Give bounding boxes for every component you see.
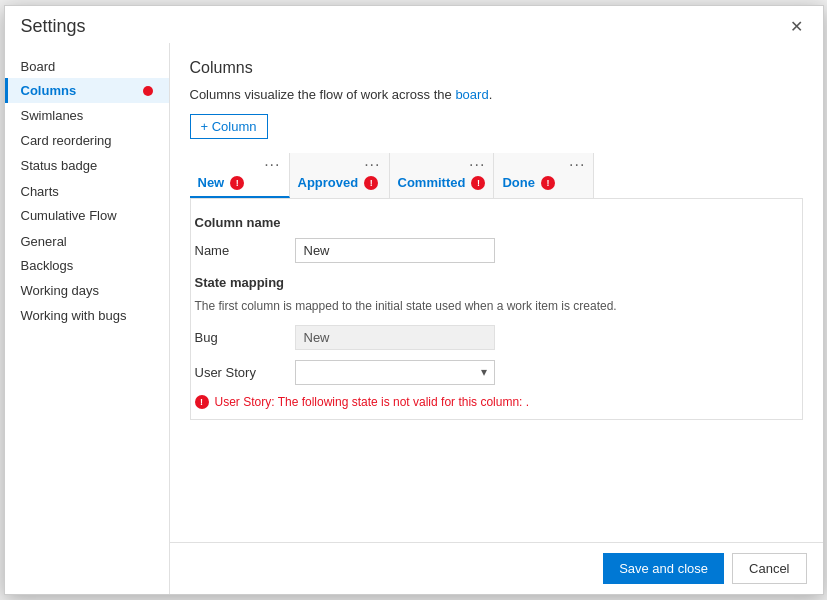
name-form-row: Name — [195, 238, 798, 263]
columns-tabs: ··· New ! ··· — [190, 153, 803, 199]
sidebar-group-charts: Charts — [5, 178, 169, 203]
col-tab-committed-bottom: Committed ! — [398, 175, 486, 190]
sidebar-item-columns-label: Columns — [21, 83, 77, 98]
sidebar: Board Columns Swimlanes Card reordering … — [5, 43, 170, 594]
col-tab-done-bottom: Done ! — [502, 175, 555, 190]
sidebar-item-card-reordering-label: Card reordering — [21, 133, 112, 148]
add-column-button[interactable]: + Column — [190, 114, 268, 139]
col-tab-new-error: ! — [230, 176, 244, 190]
name-label: Name — [195, 243, 295, 258]
sidebar-item-working-with-bugs-label: Working with bugs — [21, 308, 127, 323]
cancel-button[interactable]: Cancel — [732, 553, 806, 584]
sidebar-group-board: Board — [5, 53, 169, 78]
user-story-error-message: ! User Story: The following state is not… — [195, 395, 798, 409]
col-tab-committed-top: ··· — [398, 157, 486, 173]
user-story-select[interactable] — [295, 360, 495, 385]
col-tab-approved-top: ··· — [298, 157, 381, 173]
sidebar-item-backlogs[interactable]: Backlogs — [5, 253, 169, 278]
dialog-title: Settings — [21, 16, 86, 37]
section-title: Columns — [190, 59, 803, 77]
main-scroll-area[interactable]: Columns Columns visualize the flow of wo… — [170, 43, 823, 542]
col-tab-done-label: Done — [502, 175, 535, 190]
sidebar-item-cumulative-flow[interactable]: Cumulative Flow — [5, 203, 169, 228]
col-tab-approved-bottom: Approved ! — [298, 175, 379, 190]
col-tab-committed-menu-icon[interactable]: ··· — [469, 157, 485, 173]
info-text: Columns visualize the flow of work acros… — [190, 87, 803, 102]
column-name-section-title: Column name — [195, 215, 798, 230]
sidebar-item-working-with-bugs[interactable]: Working with bugs — [5, 303, 169, 328]
sidebar-item-swimlanes[interactable]: Swimlanes — [5, 103, 169, 128]
user-story-form-row: User Story — [195, 360, 798, 385]
column-detail-panel: Column name Name State mapping The first… — [190, 199, 803, 420]
user-story-select-wrapper — [295, 360, 495, 385]
bug-form-row: Bug New — [195, 325, 798, 350]
columns-error-dot — [143, 86, 153, 96]
sidebar-item-working-days[interactable]: Working days — [5, 278, 169, 303]
col-tab-approved-menu-icon[interactable]: ··· — [364, 157, 380, 173]
col-tab-new-label: New — [198, 175, 225, 190]
state-mapping-desc: The first column is mapped to the initia… — [195, 298, 798, 315]
sidebar-item-status-badge-label: Status badge — [21, 158, 98, 173]
sidebar-item-card-reordering[interactable]: Card reordering — [5, 128, 169, 153]
column-tab-new[interactable]: ··· New ! — [190, 153, 290, 198]
col-tab-done-error: ! — [541, 176, 555, 190]
column-name-input[interactable] — [295, 238, 495, 263]
user-story-label: User Story — [195, 365, 295, 380]
sidebar-item-backlogs-label: Backlogs — [21, 258, 74, 273]
bug-value: New — [295, 325, 495, 350]
col-tab-new-menu-icon[interactable]: ··· — [264, 157, 280, 173]
column-tab-approved[interactable]: ··· Approved ! — [290, 153, 390, 198]
bug-label: Bug — [195, 330, 295, 345]
col-tab-approved-error: ! — [364, 176, 378, 190]
sidebar-item-cumulative-flow-label: Cumulative Flow — [21, 208, 117, 223]
column-tab-done[interactable]: ··· Done ! — [494, 153, 594, 198]
close-button[interactable]: ✕ — [786, 17, 807, 37]
state-mapping-section: State mapping The first column is mapped… — [195, 275, 798, 409]
dialog-footer: Save and close Cancel — [170, 542, 823, 594]
error-text: User Story: The following state is not v… — [215, 395, 530, 409]
title-bar: Settings ✕ — [5, 6, 823, 43]
state-mapping-title: State mapping — [195, 275, 798, 290]
board-link[interactable]: board — [455, 87, 488, 102]
col-tab-new-top: ··· — [198, 157, 281, 173]
sidebar-item-status-badge[interactable]: Status badge — [5, 153, 169, 178]
col-tab-committed-label: Committed — [398, 175, 466, 190]
dialog-body: Board Columns Swimlanes Card reordering … — [5, 43, 823, 594]
col-tab-new-bottom: New ! — [198, 175, 245, 190]
col-tab-done-menu-icon[interactable]: ··· — [569, 157, 585, 173]
content-area: Columns Columns visualize the flow of wo… — [170, 43, 823, 436]
sidebar-item-swimlanes-label: Swimlanes — [21, 108, 84, 123]
sidebar-item-columns[interactable]: Columns — [5, 78, 169, 103]
col-tab-approved-label: Approved — [298, 175, 359, 190]
sidebar-group-general: General — [5, 228, 169, 253]
main-content: Columns Columns visualize the flow of wo… — [170, 43, 823, 594]
col-tab-committed-error: ! — [471, 176, 485, 190]
col-tab-done-top: ··· — [502, 157, 585, 173]
sidebar-item-working-days-label: Working days — [21, 283, 100, 298]
settings-dialog: Settings ✕ Board Columns Swimlanes Card … — [4, 5, 824, 595]
error-icon: ! — [195, 395, 209, 409]
save-close-button[interactable]: Save and close — [603, 553, 724, 584]
column-tab-committed[interactable]: ··· Committed ! — [390, 153, 495, 198]
